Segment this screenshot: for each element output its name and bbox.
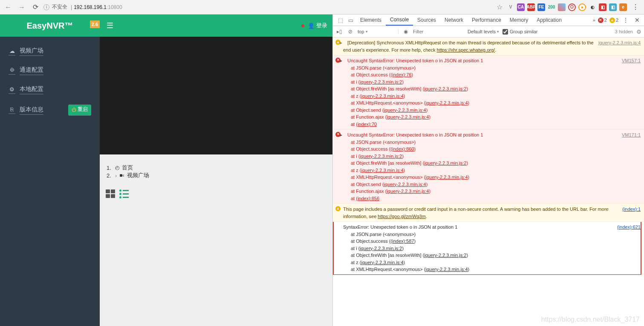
content-area: 1. ◴ 首页 2. › ■‹ 视频广场 — [100, 37, 332, 326]
breadcrumb-row-1[interactable]: 1. ◴ 首页 — [107, 164, 326, 172]
clear-console-icon[interactable]: ⊘ — [347, 29, 354, 35]
ext-abp-icon[interactable]: ABP — [527, 3, 535, 11]
tab-console[interactable]: Console — [386, 15, 413, 26]
devtools-close-icon[interactable]: ✕ — [633, 17, 641, 23]
sidebar-item-channel-config[interactable]: 𐀏 通道配置 — [0, 61, 100, 80]
console-body: ▲ ▶ jquery-2.2.3.min.js:4 [Deprecation] … — [333, 38, 644, 326]
hamburger-icon[interactable]: ☰ — [100, 21, 120, 30]
message-source[interactable]: VM171:1 — [622, 131, 641, 139]
list-view-button[interactable] — [119, 189, 130, 199]
gears-icon: ⚙ — [9, 86, 15, 94]
insecure-label: 不安全 — [52, 3, 67, 11]
console-warning[interactable]: ▲ ▶ jquery-2.2.3.min.js:4 [Deprecation] … — [333, 38, 644, 55]
grid-view-button[interactable] — [106, 189, 117, 199]
sidebar-label: 通道配置 — [20, 66, 43, 75]
device-toggle-icon[interactable]: ▭ — [346, 17, 356, 23]
filter-input[interactable] — [413, 29, 464, 34]
road-icon: 𐀏 — [9, 67, 15, 75]
extension-tray: ☆ V CA ABP FE 200 O ● ◐ ◧ ◧ e ⋮ — [497, 3, 641, 11]
sidebar-item-local-config[interactable]: ⚙ 本地配置 — [0, 80, 100, 99]
bc-label: 视频广场 — [127, 172, 149, 179]
more-tabs-icon[interactable]: » — [593, 17, 595, 23]
console-error[interactable]: ✕ ▶ VM171:1 Uncaught SyntaxError: Unexpe… — [333, 130, 644, 204]
inspect-icon[interactable]: ⬚ — [335, 17, 346, 23]
link[interactable]: https://goo.gl/zmWq3m — [378, 214, 426, 219]
ext-color-icon[interactable] — [558, 3, 566, 11]
ext-o2-icon[interactable]: ● — [578, 3, 586, 11]
bc-num: 2. — [107, 172, 113, 179]
message-source[interactable]: VM157:1 — [622, 57, 641, 64]
message-source[interactable]: (index):621 — [617, 224, 641, 231]
forward-button[interactable]: → — [16, 2, 27, 13]
eye-icon[interactable]: ◉ — [402, 29, 410, 35]
url-port: :10800 — [107, 4, 122, 10]
console-log[interactable]: (index):621 SyntaxError: Unexpected toke… — [333, 222, 644, 275]
message-source[interactable]: jquery-2.2.3.min.js:4 — [598, 39, 641, 47]
breadcrumb-panel: 1. ◴ 首页 2. › ■‹ 视频广场 — [103, 161, 329, 182]
context-selector[interactable]: top — [358, 29, 399, 34]
warning-count-badge[interactable]: ▲2 — [609, 17, 618, 23]
browser-toolbar: ← → ⟳ i 不安全 | 192.168.196.1:10800 ☆ V CA… — [0, 0, 644, 15]
camera-icon: ■‹ — [119, 172, 124, 178]
info-icon: i — [43, 4, 49, 10]
tab-sources[interactable]: Sources — [413, 15, 440, 26]
restart-button[interactable]: ⏻ 重启 — [68, 105, 91, 116]
ext-o1-icon[interactable]: O — [568, 3, 576, 11]
expand-icon[interactable]: ▶ — [340, 58, 342, 64]
back-button[interactable]: ← — [3, 2, 14, 13]
console-toolbar: ▸▯ ⊘ top ◉ Default levels Group similar … — [333, 26, 644, 38]
login-link[interactable]: 👤 登录 — [301, 22, 327, 29]
sidebar-toggle-icon[interactable]: ▸▯ — [335, 29, 343, 35]
user-icon: 👤 — [308, 23, 315, 29]
expand-icon[interactable]: ▶ — [340, 41, 342, 46]
video-area — [100, 37, 332, 154]
tab-elements[interactable]: Elements — [356, 15, 386, 26]
cloud-icon: ☁ — [9, 48, 15, 55]
link[interactable]: https://xhr.spec.whatwg.org/ — [437, 47, 495, 52]
reload-button[interactable]: ⟳ — [30, 2, 41, 13]
record-dot-icon — [301, 24, 304, 27]
browser-menu-icon[interactable]: ⋮ — [630, 3, 641, 11]
ext-panda-icon[interactable]: ◐ — [589, 3, 596, 11]
ext-v-icon[interactable]: V — [507, 3, 514, 11]
sidebar-label: 视频广场 — [20, 47, 43, 56]
app-header: EasyNVR™ 2.6 ☰ 👤 登录 — [0, 15, 332, 37]
levels-selector[interactable]: Default levels — [468, 29, 499, 34]
bc-num: 1. — [107, 165, 113, 171]
sidebar: ☁ 视频广场 𐀏 通道配置 ⚙ 本地配置 ⎘ 版本信息 ⏻ 重启 — [0, 37, 100, 326]
ext-ca-icon[interactable]: CA — [517, 3, 525, 11]
error-count-badge[interactable]: ✕2 — [598, 17, 607, 23]
address-bar[interactable]: i 不安全 | 192.168.196.1:10800 — [43, 3, 491, 11]
restart-label: 重启 — [78, 106, 88, 114]
sidebar-label: 本地配置 — [20, 85, 43, 94]
tab-network[interactable]: Network — [440, 15, 468, 26]
app-logo[interactable]: EasyNVR™ 2.6 — [0, 15, 100, 37]
gear-icon[interactable]: ⚙ — [636, 29, 641, 35]
ext-teal-icon[interactable]: ◧ — [609, 3, 617, 11]
chevron-right-icon: › — [115, 172, 117, 179]
ext-red-icon[interactable]: ◧ — [599, 3, 606, 11]
expand-icon[interactable]: ▶ — [340, 133, 342, 138]
ext-200-icon[interactable]: 200 — [548, 3, 555, 11]
login-label: 登录 — [316, 22, 327, 29]
copy-icon: ⎘ — [9, 106, 15, 114]
devtools-menu-icon[interactable]: ⋮ — [621, 17, 630, 23]
tab-performance[interactable]: Performance — [468, 15, 505, 26]
ext-orange-icon[interactable]: e — [619, 3, 627, 11]
url-host: 192.168.196.1 — [74, 4, 107, 10]
tab-memory[interactable]: Memory — [505, 15, 532, 26]
hidden-count[interactable]: 3 hidden — [615, 29, 633, 34]
view-toggle-group — [100, 185, 332, 203]
breadcrumb-row-2[interactable]: 2. › ■‹ 视频广场 — [107, 172, 326, 179]
sidebar-item-video-plaza[interactable]: ☁ 视频广场 — [0, 42, 100, 61]
bookmark-star-icon[interactable]: ☆ — [497, 3, 502, 11]
tab-application[interactable]: Application — [532, 15, 566, 26]
address-separator: | — [71, 4, 72, 10]
group-similar-checkbox[interactable]: Group similar — [502, 29, 537, 35]
console-error[interactable]: ✕ ▶ VM157:1 Uncaught SyntaxError: Unexpe… — [333, 55, 644, 130]
power-icon: ⏻ — [72, 107, 76, 114]
ext-fe-icon[interactable]: FE — [537, 3, 545, 11]
console-warning[interactable]: ▲ (index):1 This page includes a passwor… — [333, 204, 644, 222]
sidebar-item-version-info[interactable]: ⎘ 版本信息 ⏻ 重启 — [0, 99, 100, 121]
message-source[interactable]: (index):1 — [622, 206, 641, 213]
